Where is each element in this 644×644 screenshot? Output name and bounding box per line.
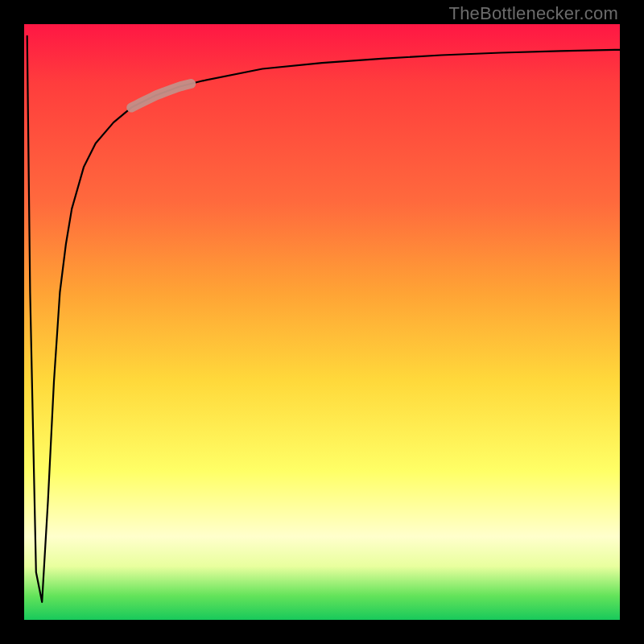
bottleneck-curve [27,36,620,602]
chart-frame: TheBottlenecker.com [0,0,644,644]
curve-layer [24,24,620,620]
plot-area [24,24,620,620]
attribution-label: TheBottlenecker.com [449,3,618,24]
curve-highlight-icon [131,84,191,108]
